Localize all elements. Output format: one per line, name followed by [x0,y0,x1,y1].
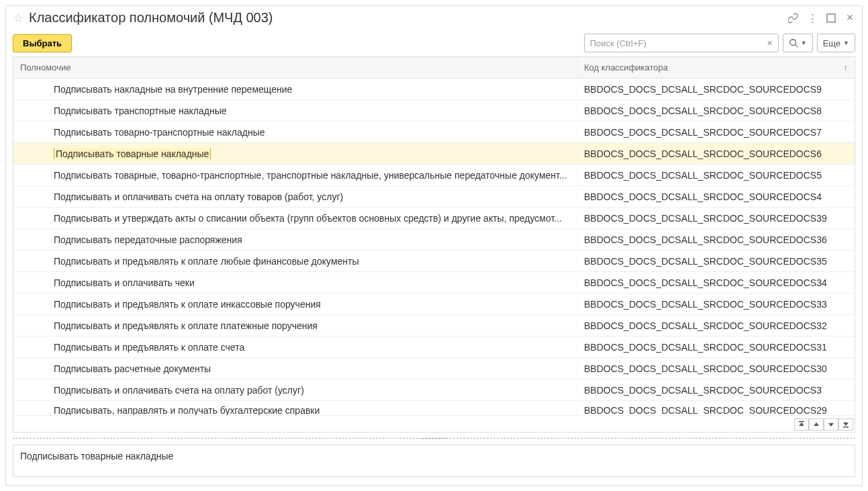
table-row[interactable]: Подписывать транспортные накладныеBBDOCS… [13,100,855,122]
window-icons: ⋮ × [788,13,855,24]
cell-name: Подписывать и утверждать акты о списании… [13,213,577,224]
kebab-menu-icon[interactable]: ⋮ [807,13,818,24]
cell-name: Подписывать и оплачивать счета на оплату… [13,191,577,202]
splitter[interactable] [13,438,855,442]
table-row[interactable]: Подписывать и оплачивать чекиBBDOCS_DOCS… [13,272,855,294]
table-row[interactable]: Подписывать и предъявлять к оплате плате… [13,315,855,337]
arrow-bottom-icon [842,421,849,428]
svg-marker-7 [843,422,849,426]
cell-code: BBDOCS_DOCS_DCSALL_SRCDOC_SOURCEDOCS30 [577,363,855,374]
arrow-down-icon [828,421,834,428]
table-row[interactable]: Подписывать и утверждать акты о списании… [13,208,855,229]
detail-panel: Подписывать товарные накладные [13,445,855,477]
column-header-code[interactable]: Код классификатора ↑ [577,57,855,78]
cell-name: Подписывать накладные на внутренние пере… [13,84,577,95]
arrow-up-icon [813,421,820,428]
chevron-down-icon: ▼ [843,40,849,46]
cell-name: Подписывать товарные накладные [13,148,577,159]
select-button[interactable]: Выбрать [13,34,72,52]
cell-code: BBDOCS_DOCS_DCSALL_SRCDOC_SOURCEDOCS34 [577,277,855,288]
close-icon[interactable]: × [845,13,855,24]
cell-name: Подписывать и оплачивать счета на оплату… [13,385,577,396]
chevron-down-icon: ▼ [801,40,807,46]
cell-name: Подписывать товарно-транспортные накладн… [13,127,577,138]
cell-code: BBDOCS_DOCS_DCSALL_SRCDOC_SOURCEDOCS33 [577,299,855,310]
search-box[interactable]: × [584,34,779,52]
cell-name: Подписывать и предъявлять к оплате плате… [13,320,577,331]
cell-name: Подписывать транспортные накладные [13,105,577,116]
cell-code: BBDOCS_DOCS_DCSALL_SRCDOC_SOURCEDOCS39 [577,213,855,224]
cell-code: BBDOCS_DOCS_DCSALL_SRCDOC_SOURCEDOCS7 [577,127,855,138]
cell-code: BBDOCS_DOCS_DCSALL_SRCDOC_SOURCEDOCS35 [577,256,855,267]
nav-down-button[interactable] [824,418,838,431]
sort-asc-icon: ↑ [844,62,849,73]
page-title: Классификатор полномочий (МЧД 003) [29,10,783,26]
cell-name: Подписывать и предъявлять к оплате счета [13,342,577,353]
cell-name: Подписывать и оплачивать чеки [13,277,577,288]
svg-rect-8 [843,427,849,428]
link-icon[interactable] [788,13,799,24]
search-dropdown-button[interactable]: ▼ [783,34,813,52]
table-body: Подписывать накладные на внутренние пере… [13,79,855,432]
nav-first-button[interactable] [794,418,809,431]
table-row[interactable]: Подписывать и оплачивать счета на оплату… [13,380,855,401]
table-row[interactable]: Подписывать и предъявлять к оплате счета… [13,337,855,358]
cell-name: Подписывать, направлять и получать бухга… [13,405,577,416]
search-input[interactable] [590,38,765,48]
table-row[interactable]: Подписывать товарные, товарно-транспортн… [13,165,855,186]
svg-marker-4 [799,422,804,426]
cell-code: BBDOCS_DOCS_DCSALL_SRCDOC_SOURCEDOCS4 [577,191,855,202]
favorite-star-icon[interactable]: ☆ [13,12,23,24]
search-clear-icon[interactable]: × [765,38,775,48]
svg-point-1 [789,40,795,46]
table-row[interactable]: Подписывать товарные накладныеBBDOCS_DOC… [13,143,855,165]
table-row[interactable]: Подписывать расчетные документыBBDOCS_DO… [13,358,855,380]
toolbar: Выбрать × ▼ Еще ▼ [6,30,862,56]
more-button[interactable]: Еще ▼ [817,34,855,52]
cell-name: Подписывать и предъявлять к оплате любые… [13,256,577,267]
table-row[interactable]: Подписывать, направлять и получать бухга… [13,401,855,416]
cell-name: Подписывать товарные, товарно-транспортн… [13,170,577,181]
cell-code: BBDOCS_DOCS_DCSALL_SRCDOC_SOURCEDOCS31 [577,342,855,353]
cell-code: BBDOCS_DOCS_DCSALL_SRCDOC_SOURCEDOCS5 [577,170,855,181]
column-header-name[interactable]: Полномочие [13,57,577,78]
table-header: Полномочие Код классификатора ↑ [13,57,855,79]
nav-buttons [794,418,853,431]
svg-rect-0 [827,14,835,22]
arrow-top-icon [798,421,805,428]
cell-name: Подписывать и предъявлять к оплате инкас… [13,299,577,310]
table: Полномочие Код классификатора ↑ Подписыв… [13,56,855,433]
nav-up-button[interactable] [809,418,824,431]
titlebar: ☆ Классификатор полномочий (МЧД 003) ⋮ × [6,6,862,30]
svg-marker-5 [814,422,819,426]
more-label: Еще [823,38,840,48]
cell-code: BBDOCS_DOCS_DCSALL_SRCDOC_SOURCEDOCS32 [577,320,855,331]
svg-line-2 [795,45,798,48]
nav-last-button[interactable] [838,418,853,431]
table-row[interactable]: Подписывать товарно-транспортные накладн… [13,122,855,143]
cell-name: Подписывать передаточные распоряжения [13,234,577,245]
table-row[interactable]: Подписывать и предъявлять к оплате любые… [13,251,855,272]
maximize-icon[interactable] [826,13,836,24]
table-row[interactable]: Подписывать накладные на внутренние пере… [13,79,855,100]
table-row[interactable]: Подписывать передаточные распоряженияBBD… [13,229,855,251]
cell-code: BBDOCS_DOCS_DCSALL_SRCDOC_SOURCEDOCS36 [577,234,855,245]
magnifier-icon [789,38,798,48]
cell-code: BBDOCS_DOCS_DCSALL_SRCDOC_SOURCEDOCS6 [577,148,855,159]
table-row[interactable]: Подписывать и оплачивать счета на оплату… [13,186,855,208]
table-row[interactable]: Подписывать и предъявлять к оплате инкас… [13,294,855,315]
cell-code: BBDOCS_DOCS_DCSALL_SRCDOC_SOURCEDOCS8 [577,105,855,116]
cell-code: BBDOCS_DOCS_DCSALL_SRCDOC_SOURCEDOCS3 [577,385,855,396]
svg-marker-6 [828,423,834,427]
window: ☆ Классификатор полномочий (МЧД 003) ⋮ ×… [5,5,863,486]
cell-code: BBDOCS_DOCS_DCSALL_SRCDOC_SOURCEDOCS29 [577,405,855,416]
cell-code: BBDOCS_DOCS_DCSALL_SRCDOC_SOURCEDOCS9 [577,84,855,95]
cell-name: Подписывать расчетные документы [13,363,577,374]
svg-rect-3 [799,421,804,422]
